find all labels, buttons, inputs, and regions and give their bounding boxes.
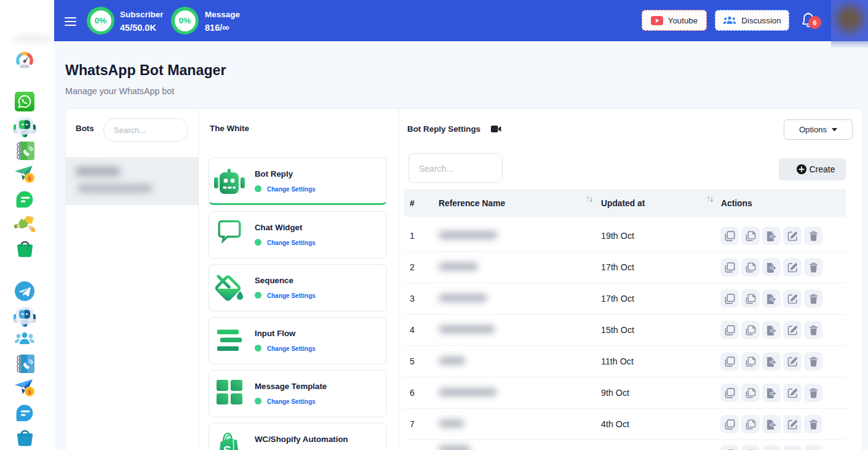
svg-text:1: 1: [28, 175, 31, 182]
svg-text:1: 1: [28, 389, 31, 395]
svg-text:S: S: [223, 444, 231, 450]
